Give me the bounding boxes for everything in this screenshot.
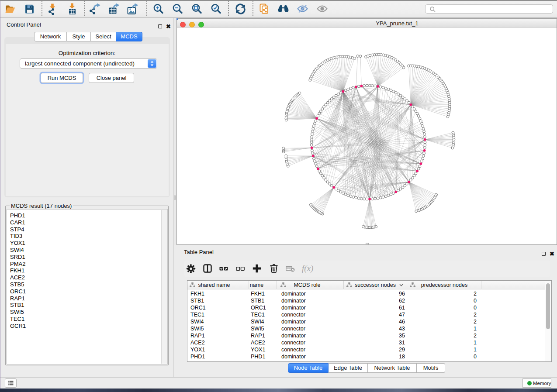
svg-text:f(x): f(x) [302,264,313,273]
